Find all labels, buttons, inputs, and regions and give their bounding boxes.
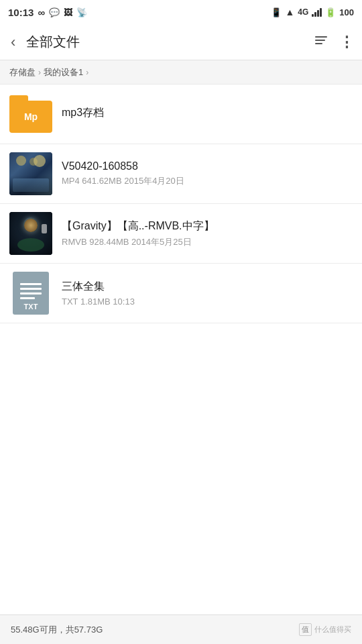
cast-icon: 📡 (76, 7, 87, 17)
more-button[interactable]: ⋮ (339, 35, 354, 50)
status-bar: 10:13 ∞ 💬 🖼 📡 📱 ▲ 4G 🔋 100 (0, 0, 362, 24)
video-mp4-icon-wrapper (9, 152, 52, 195)
list-item[interactable]: TXT 三体全集 TXT 1.81MB 10:13 (0, 264, 362, 323)
image-icon: 🖼 (64, 7, 72, 17)
folder-icon-wrapper: Mp (9, 93, 52, 136)
storage-info: 55.48G可用，共57.73G (11, 624, 103, 636)
logo-badge: 值 (299, 623, 312, 636)
txt-lines (20, 283, 42, 299)
video-mp4-thumb (9, 152, 52, 195)
cellular-icon: 4G (298, 7, 308, 17)
file-meta: RMVB 928.44MB 2014年5月25日 (62, 236, 353, 248)
file-name: 三体全集 (62, 280, 353, 294)
file-meta: MP4 641.62MB 2015年4月20日 (62, 175, 353, 187)
txt-extension-label: TXT (24, 303, 38, 311)
sort-button[interactable] (314, 33, 328, 51)
file-name: V50420-160858 (62, 160, 353, 172)
chat-icon: 💬 (49, 7, 60, 17)
status-left: 10:13 ∞ 💬 🖼 📡 (8, 7, 87, 18)
breadcrumb: 存储盘 › 我的设备1 › (0, 60, 362, 85)
breadcrumb-item-storage[interactable]: 存储盘 › (9, 66, 41, 78)
breadcrumb-label-storage: 存储盘 (9, 66, 36, 78)
phone-icon: 📱 (271, 7, 282, 17)
file-name: mp3存档 (62, 106, 353, 120)
list-item[interactable]: V50420-160858 MP4 641.62MB 2015年4月20日 (0, 144, 362, 204)
notification-icon: ∞ (38, 7, 45, 18)
file-name: 【Gravity】【高..-RMVB.中字】 (62, 219, 353, 233)
toolbar-icons: ⋮ (314, 33, 354, 51)
file-info: V50420-160858 MP4 641.62MB 2015年4月20日 (62, 160, 353, 187)
breadcrumb-item-device[interactable]: 我的设备1 › (44, 66, 88, 78)
status-right: 📱 ▲ 4G 🔋 100 (271, 7, 354, 17)
wifi-icon: ▲ (285, 7, 294, 17)
page-title: 全部文件 (26, 33, 314, 51)
footer: 55.48G可用，共57.73G 值 什么值得买 (0, 614, 362, 644)
list-item[interactable]: 【Gravity】【高..-RMVB.中字】 RMVB 928.44MB 201… (0, 204, 362, 264)
breadcrumb-chevron-2: › (86, 68, 88, 77)
battery-icon: 🔋 (325, 7, 336, 17)
file-info: 三体全集 TXT 1.81MB 10:13 (62, 280, 353, 307)
logo-text: 什么值得买 (314, 625, 351, 635)
file-meta: TXT 1.81MB 10:13 (62, 297, 353, 307)
folder-label: Mp (24, 111, 38, 122)
list-item[interactable]: Mp mp3存档 (0, 85, 362, 144)
txt-file-icon: TXT (13, 272, 49, 315)
toolbar: ‹ 全部文件 ⋮ (0, 24, 362, 60)
file-list: Mp mp3存档 V50420-160858 MP4 641.62MB 2 (0, 85, 362, 323)
txt-icon-wrapper: TXT (9, 272, 52, 315)
status-time: 10:13 (8, 7, 34, 18)
breadcrumb-label-device: 我的设备1 (44, 66, 83, 78)
video-rmvb-icon-wrapper (9, 212, 52, 255)
footer-logo: 值 什么值得买 (299, 623, 351, 636)
battery-level: 100 (339, 7, 354, 17)
breadcrumb-chevron-1: › (38, 68, 41, 77)
signal-bars (312, 7, 322, 17)
file-info: mp3存档 (62, 106, 353, 123)
back-button[interactable]: ‹ (8, 31, 18, 54)
file-info: 【Gravity】【高..-RMVB.中字】 RMVB 928.44MB 201… (62, 219, 353, 248)
video-rmvb-thumb (9, 212, 52, 255)
